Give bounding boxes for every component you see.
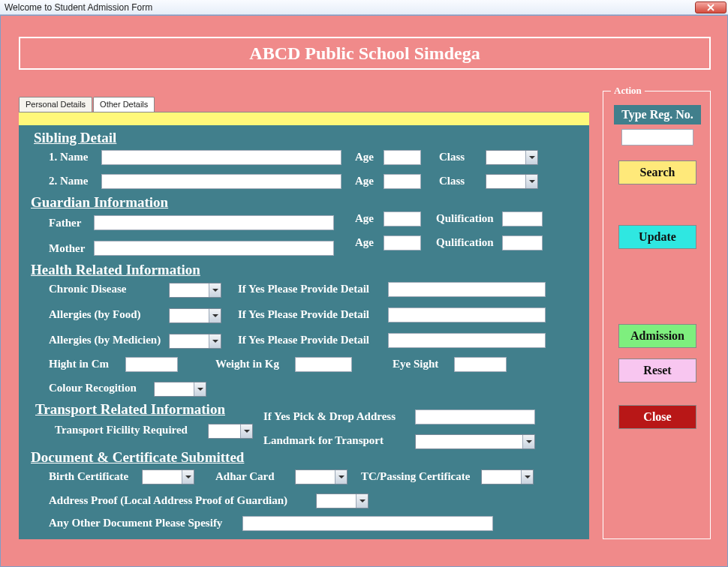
label-pickdrop: If Yes Pick & Drop Address	[263, 410, 396, 423]
chevron-down-icon	[335, 470, 347, 484]
input-sibling1-age[interactable]	[384, 150, 421, 165]
label-chronic-detail: If Yes Please Provide Detail	[238, 283, 369, 296]
window-close-button[interactable]	[695, 2, 726, 14]
select-sibling1-class[interactable]	[486, 150, 538, 165]
input-alg-med-detail[interactable]	[388, 333, 546, 348]
section-heading-health: Health Related Information	[31, 262, 200, 278]
update-button[interactable]: Update	[618, 225, 696, 249]
select-landmark[interactable]	[415, 434, 535, 449]
close-icon	[707, 4, 714, 11]
action-legend: Action	[611, 85, 645, 97]
label-reg-no: Type Reg. No.	[614, 105, 701, 124]
chevron-down-icon	[182, 470, 194, 484]
other-details-form: Sibling Detail 1. Name Age Class 2. Name…	[19, 125, 589, 539]
reset-button[interactable]: Reset	[618, 358, 696, 382]
input-reg-no[interactable]	[621, 129, 693, 146]
select-adhar[interactable]	[295, 470, 347, 484]
label-alg-food-detail: If Yes Please Provide Detail	[238, 308, 369, 321]
label-father-age: Age	[355, 212, 374, 225]
input-alg-food-detail[interactable]	[388, 308, 546, 322]
select-colour[interactable]	[154, 382, 206, 397]
title-bar: Welcome to Student Admission Form	[0, 0, 728, 15]
chevron-down-icon	[525, 151, 537, 164]
label-tc: TC/Passing Certificate	[361, 470, 470, 483]
label-transport-facility: Transport Ficility Required	[55, 424, 188, 436]
input-father-name[interactable]	[94, 215, 334, 230]
label-weight: Weight in Kg	[215, 358, 279, 370]
label-alg-med: Allergies (by Medicien)	[49, 334, 161, 346]
window-title: Welcome to Student Admission Form	[5, 0, 152, 15]
label-sibling1-class: Class	[439, 151, 465, 164]
label-mother: Mother	[49, 242, 85, 255]
label-alg-med-detail: If Yes Please Provide Detail	[238, 334, 369, 346]
label-adhar: Adhar Card	[215, 470, 275, 483]
school-name: ABCD Public School Simdega	[249, 44, 480, 64]
tab-personal-details[interactable]: Personal Details	[19, 97, 92, 112]
label-sibling2-class: Class	[439, 175, 465, 188]
input-mother-qual[interactable]	[502, 236, 543, 250]
main-panel: ABCD Public School Simdega Personal Deta…	[0, 15, 728, 567]
select-alg-med[interactable]	[169, 334, 221, 349]
label-sibling1-age: Age	[355, 151, 374, 164]
label-sibling1-name: 1. Name	[49, 151, 89, 164]
select-addr-proof[interactable]	[316, 494, 369, 508]
action-panel: Action Type Reg. No. Search Update Admis…	[603, 91, 711, 539]
label-addr-proof: Address Proof (Local Address Proof of Gu…	[49, 494, 287, 507]
label-landmark: Landmark for Transport	[263, 434, 384, 447]
input-mother-name[interactable]	[94, 241, 334, 256]
label-height: Hight in Cm	[49, 358, 109, 370]
label-sibling2-name: 2. Name	[49, 175, 89, 188]
input-pickdrop[interactable]	[415, 410, 535, 424]
label-mother-age: Age	[355, 236, 374, 249]
input-sibling2-age[interactable]	[384, 174, 421, 189]
chevron-down-icon	[240, 424, 252, 438]
input-mother-age[interactable]	[384, 236, 421, 250]
close-button[interactable]: Close	[618, 405, 696, 429]
input-chronic-detail[interactable]	[388, 282, 546, 297]
section-heading-guardian: Guardian Information	[31, 194, 168, 211]
input-father-age[interactable]	[384, 212, 421, 226]
input-sibling1-name[interactable]	[101, 150, 341, 165]
chevron-down-icon	[209, 334, 221, 348]
search-button[interactable]: Search	[618, 160, 696, 184]
input-father-qual[interactable]	[502, 212, 543, 226]
label-birth-cert: Birth Certificate	[49, 470, 128, 483]
chevron-down-icon	[209, 284, 221, 297]
chevron-down-icon	[521, 470, 533, 484]
select-sibling2-class[interactable]	[486, 174, 538, 189]
admission-button[interactable]: Admission	[618, 324, 696, 348]
select-transport-facility[interactable]	[208, 424, 253, 439]
select-alg-food[interactable]	[169, 308, 221, 323]
select-tc[interactable]	[481, 470, 534, 484]
section-heading-transport: Transport Related Information	[35, 401, 225, 418]
input-eye[interactable]	[454, 357, 507, 372]
select-chronic[interactable]	[169, 283, 221, 298]
tab-other-details[interactable]: Other Details	[93, 97, 155, 112]
chevron-down-icon	[194, 382, 206, 396]
chevron-down-icon	[522, 435, 534, 448]
input-height[interactable]	[125, 357, 178, 372]
chevron-down-icon	[356, 494, 368, 508]
select-birth-cert[interactable]	[142, 470, 194, 484]
section-heading-docs: Document & Certificate Submitted	[31, 449, 244, 466]
label-mother-qual: Qulification	[436, 236, 494, 249]
label-father-qual: Qulification	[436, 212, 494, 225]
label-eye: Eye Sight	[393, 358, 438, 370]
label-chronic: Chronic Disease	[49, 283, 126, 296]
school-banner: ABCD Public School Simdega	[19, 37, 711, 70]
label-sibling2-age: Age	[355, 175, 374, 188]
label-alg-food: Allergies (by Food)	[49, 308, 140, 321]
input-weight[interactable]	[295, 357, 352, 372]
label-colour: Colour Recogition	[49, 382, 137, 394]
chevron-down-icon	[209, 309, 221, 322]
input-other-doc[interactable]	[242, 516, 493, 531]
label-father: Father	[49, 217, 81, 230]
tab-strip	[19, 112, 589, 125]
chevron-down-icon	[525, 175, 537, 188]
label-other-doc: Any Other Document Please Spesify	[49, 517, 222, 530]
input-sibling2-name[interactable]	[101, 174, 341, 189]
section-heading-sibling: Sibling Detail	[34, 130, 116, 146]
tab-container: Personal Details Other Details	[19, 97, 589, 125]
